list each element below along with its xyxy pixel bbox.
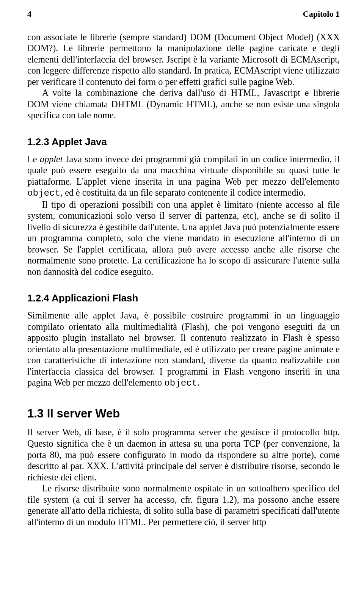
- chapter-label: Capitolo 1: [303, 9, 340, 19]
- body-paragraph: Similmente alle applet Java, è possibile…: [27, 310, 340, 389]
- page: 4 Capitolo 1 con associate le librerie (…: [0, 0, 364, 604]
- text-span: .: [197, 377, 199, 388]
- body-paragraph: A volte la combinazione che deriva dall'…: [27, 87, 340, 121]
- text-span: , ed è costituita da un file separato co…: [60, 187, 306, 198]
- running-header: 4 Capitolo 1: [27, 9, 340, 19]
- text-span: Java sono invece dei programmi già compi…: [27, 154, 340, 187]
- heading-applet-java: 1.2.3 Applet Java: [27, 136, 340, 148]
- body-paragraph: con associate le librerie (sempre standa…: [27, 31, 340, 88]
- code-span: object: [27, 188, 60, 198]
- body-paragraph: Il tipo di operazioni possibili con una …: [27, 199, 340, 278]
- body-paragraph: Il server Web, di base, è il solo progra…: [27, 427, 340, 483]
- heading-applicazioni-flash: 1.2.4 Applicazioni Flash: [27, 292, 340, 304]
- body-paragraph: Le applet Java sono invece dei programmi…: [27, 154, 340, 199]
- text-span: Similmente alle applet Java, è possibile…: [27, 310, 340, 388]
- page-number: 4: [27, 9, 31, 19]
- text-span: Le: [27, 154, 40, 164]
- code-span: object: [164, 378, 197, 388]
- body-paragraph: Le risorse distribuite sono normalmente …: [27, 483, 340, 527]
- text-italic: applet: [40, 154, 63, 164]
- heading-il-server-web: 1.3 Il server Web: [27, 406, 340, 421]
